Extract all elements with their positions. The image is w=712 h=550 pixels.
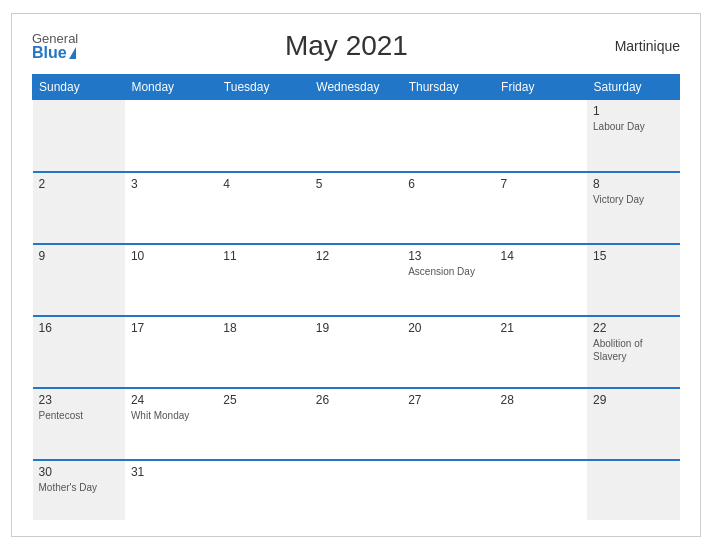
- calendar-week-row: 30Mother's Day31: [33, 460, 680, 520]
- calendar-day-cell: [310, 100, 402, 172]
- calendar-day-cell: [217, 460, 309, 520]
- calendar-day-cell: 15: [587, 244, 679, 316]
- day-number: 27: [408, 393, 488, 407]
- day-number: 12: [316, 249, 396, 263]
- calendar-container: General Blue May 2021 Martinique Sunday …: [11, 13, 701, 537]
- calendar-day-cell: [217, 100, 309, 172]
- day-number: 4: [223, 177, 303, 191]
- day-number: 7: [501, 177, 581, 191]
- day-number: 13: [408, 249, 488, 263]
- day-number: 11: [223, 249, 303, 263]
- day-number: 18: [223, 321, 303, 335]
- day-number: 25: [223, 393, 303, 407]
- header-sunday: Sunday: [33, 75, 125, 100]
- calendar-day-cell: 28: [495, 388, 587, 460]
- calendar-day-cell: [495, 460, 587, 520]
- calendar-week-row: 1Labour Day: [33, 100, 680, 172]
- calendar-day-cell: 4: [217, 172, 309, 244]
- calendar-table: Sunday Monday Tuesday Wednesday Thursday…: [32, 74, 680, 520]
- calendar-day-cell: 9: [33, 244, 125, 316]
- calendar-day-cell: 27: [402, 388, 494, 460]
- calendar-day-cell: [125, 100, 217, 172]
- calendar-day-cell: 8Victory Day: [587, 172, 679, 244]
- calendar-day-cell: [402, 460, 494, 520]
- day-number: 22: [593, 321, 673, 335]
- logo-triangle-icon: [69, 47, 76, 59]
- calendar-day-cell: 3: [125, 172, 217, 244]
- holiday-label: Labour Day: [593, 120, 673, 133]
- day-number: 9: [39, 249, 119, 263]
- holiday-label: Victory Day: [593, 193, 673, 206]
- day-number: 21: [501, 321, 581, 335]
- calendar-day-cell: 29: [587, 388, 679, 460]
- calendar-day-cell: 14: [495, 244, 587, 316]
- calendar-day-cell: 25: [217, 388, 309, 460]
- calendar-week-row: 2345678Victory Day: [33, 172, 680, 244]
- logo-blue-text: Blue: [32, 45, 67, 61]
- day-number: 30: [39, 465, 119, 479]
- calendar-week-row: 23Pentecost24Whit Monday2526272829: [33, 388, 680, 460]
- calendar-day-cell: 30Mother's Day: [33, 460, 125, 520]
- calendar-day-cell: 16: [33, 316, 125, 388]
- calendar-day-cell: 23Pentecost: [33, 388, 125, 460]
- day-number: 17: [131, 321, 211, 335]
- header-saturday: Saturday: [587, 75, 679, 100]
- calendar-header: General Blue May 2021 Martinique: [32, 30, 680, 62]
- day-number: 20: [408, 321, 488, 335]
- day-number: 31: [131, 465, 211, 479]
- header-wednesday: Wednesday: [310, 75, 402, 100]
- day-number: 14: [501, 249, 581, 263]
- day-number: 5: [316, 177, 396, 191]
- calendar-day-cell: [587, 460, 679, 520]
- holiday-label: Mother's Day: [39, 481, 119, 494]
- day-number: 10: [131, 249, 211, 263]
- calendar-day-cell: 13Ascension Day: [402, 244, 494, 316]
- calendar-day-cell: 18: [217, 316, 309, 388]
- calendar-day-cell: 17: [125, 316, 217, 388]
- calendar-title: May 2021: [285, 30, 408, 62]
- calendar-day-cell: [402, 100, 494, 172]
- calendar-day-cell: [495, 100, 587, 172]
- day-number: 24: [131, 393, 211, 407]
- calendar-day-cell: 1Labour Day: [587, 100, 679, 172]
- day-number: 2: [39, 177, 119, 191]
- logo-general-text: General: [32, 32, 78, 45]
- calendar-day-cell: [33, 100, 125, 172]
- calendar-day-cell: [310, 460, 402, 520]
- calendar-day-cell: 6: [402, 172, 494, 244]
- calendar-day-cell: 24Whit Monday: [125, 388, 217, 460]
- calendar-day-cell: 20: [402, 316, 494, 388]
- day-number: 3: [131, 177, 211, 191]
- calendar-week-row: 16171819202122Abolition of Slavery: [33, 316, 680, 388]
- header-thursday: Thursday: [402, 75, 494, 100]
- day-number: 23: [39, 393, 119, 407]
- holiday-label: Pentecost: [39, 409, 119, 422]
- calendar-day-cell: 10: [125, 244, 217, 316]
- day-number: 28: [501, 393, 581, 407]
- header-tuesday: Tuesday: [217, 75, 309, 100]
- holiday-label: Whit Monday: [131, 409, 211, 422]
- day-number: 26: [316, 393, 396, 407]
- calendar-day-cell: 2: [33, 172, 125, 244]
- day-number: 16: [39, 321, 119, 335]
- calendar-week-row: 910111213Ascension Day1415: [33, 244, 680, 316]
- calendar-day-cell: 26: [310, 388, 402, 460]
- header-friday: Friday: [495, 75, 587, 100]
- day-number: 1: [593, 104, 673, 118]
- calendar-day-cell: 19: [310, 316, 402, 388]
- calendar-day-cell: 12: [310, 244, 402, 316]
- calendar-day-cell: 21: [495, 316, 587, 388]
- calendar-day-cell: 7: [495, 172, 587, 244]
- day-number: 6: [408, 177, 488, 191]
- holiday-label: Abolition of Slavery: [593, 337, 673, 363]
- calendar-day-cell: 31: [125, 460, 217, 520]
- calendar-region: Martinique: [615, 38, 680, 54]
- calendar-day-cell: 5: [310, 172, 402, 244]
- calendar-day-cell: 11: [217, 244, 309, 316]
- days-header-row: Sunday Monday Tuesday Wednesday Thursday…: [33, 75, 680, 100]
- day-number: 19: [316, 321, 396, 335]
- calendar-day-cell: 22Abolition of Slavery: [587, 316, 679, 388]
- day-number: 29: [593, 393, 673, 407]
- holiday-label: Ascension Day: [408, 265, 488, 278]
- logo: General Blue: [32, 32, 78, 61]
